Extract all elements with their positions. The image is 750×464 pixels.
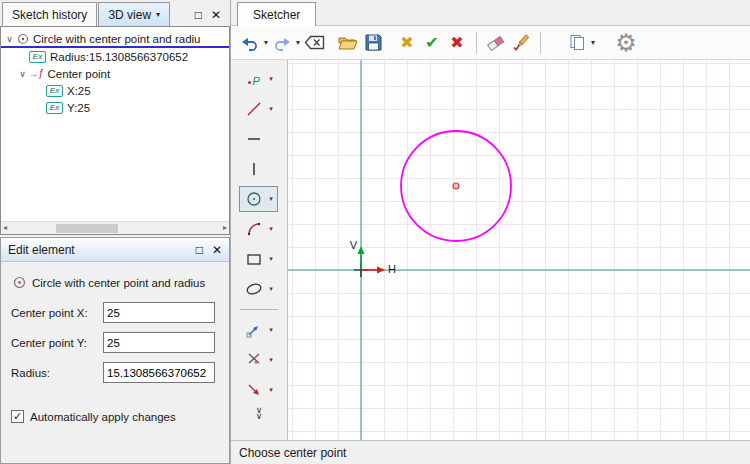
point-tool-button[interactable]: P — [242, 68, 266, 90]
chevron-down-icon[interactable]: ▾ — [266, 225, 275, 233]
delete-button[interactable]: ✖ — [396, 30, 418, 56]
element-type-row: Circle with center point and radius — [11, 276, 205, 289]
auto-apply-row: ✓ Automatically apply changes — [11, 410, 176, 423]
expander-icon[interactable]: ∨ — [17, 69, 28, 79]
sketcher-panel: Sketcher ▾ ▾ — [230, 0, 750, 464]
arc-tool-icon — [245, 220, 263, 238]
apply-button[interactable]: ✔ — [421, 30, 443, 56]
circle-tool-selected-frame: ▾ — [239, 186, 278, 212]
scrollbar-thumb[interactable] — [56, 224, 118, 233]
expression-icon: Ex — [29, 51, 46, 63]
radius-label: Radius: — [11, 367, 50, 379]
tree-item-center-point[interactable]: ∨ →ƒ Center point — [1, 65, 229, 82]
chevron-more-icon: ∨ — [256, 413, 263, 419]
open-file-button[interactable] — [337, 30, 359, 56]
expander-icon[interactable]: ∨ — [4, 34, 15, 44]
svg-text:*: * — [254, 359, 258, 369]
tab-sketch-history[interactable]: Sketch history — [2, 2, 97, 26]
trim-tool-icon: * — [245, 351, 263, 369]
floppy-save-icon — [365, 34, 382, 51]
toolbar-separator — [476, 32, 477, 54]
radius-input[interactable] — [103, 362, 215, 383]
maximize-button[interactable]: □ — [195, 8, 202, 22]
undo-icon — [241, 35, 259, 51]
scroll-right-icon[interactable]: ▸ — [223, 223, 227, 232]
tree-item-x[interactable]: Ex X:25 — [1, 82, 229, 99]
drawing-tools-toolbar: P ▾ ▾ — [231, 60, 288, 440]
save-button[interactable] — [362, 30, 384, 56]
line-tool-icon — [245, 100, 263, 118]
line-tool-button[interactable] — [242, 98, 266, 120]
center-y-label: Center point Y: — [11, 337, 87, 349]
tree-item-label: Center point — [48, 68, 111, 80]
edit-style-button[interactable] — [510, 30, 532, 56]
chevron-down-icon[interactable]: ▾ — [266, 386, 275, 394]
auto-apply-checkbox[interactable]: ✓ — [11, 410, 24, 423]
trim-tool-button[interactable]: * — [242, 349, 266, 371]
cancel-button[interactable]: ✖ — [446, 30, 468, 56]
chevron-down-icon[interactable]: ▾ — [266, 356, 275, 364]
pages-button[interactable] — [566, 30, 588, 56]
tree-item-radius[interactable]: Ex Radius:15.1308566370652 — [1, 48, 229, 65]
chevron-down-icon: ▾ — [156, 10, 160, 19]
chevron-down-icon[interactable]: ▾ — [264, 38, 268, 47]
settings-button[interactable]: ⚙ — [615, 30, 637, 56]
chevron-down-icon[interactable]: ▾ — [266, 255, 275, 263]
center-x-input[interactable] — [103, 302, 215, 323]
backspace-button[interactable] — [303, 30, 325, 56]
circle-tool-icon — [245, 190, 263, 208]
horizontal-scrollbar[interactable]: ◂ ▸ — [1, 221, 229, 234]
tab-3d-view-label: 3D view — [108, 8, 151, 22]
sketch-canvas[interactable]: V H — [288, 60, 750, 440]
tree-item-y[interactable]: Ex Y:25 — [1, 99, 229, 116]
gear-icon: ⚙ — [615, 31, 637, 55]
v-axis-arrowhead — [357, 246, 364, 254]
toolbar-separator — [540, 32, 541, 54]
edit-element-titlebar: Edit element □ ✕ — [1, 238, 229, 262]
horizontal-line-tool-button[interactable] — [242, 128, 266, 150]
cad-application-window: Sketch history 3D view ▾ □ ✕ ∨ Circl — [0, 0, 750, 464]
sketch-history-tree: ∨ Circle with center point and radiu Ex … — [0, 26, 230, 235]
undo-button[interactable] — [239, 30, 261, 56]
left-tab-bar: Sketch history 3D view ▾ □ ✕ — [0, 0, 230, 26]
circle-element-icon — [13, 276, 26, 289]
vertical-line-tool-icon — [245, 160, 263, 178]
tree-item-circle[interactable]: ∨ Circle with center point and radiu — [1, 31, 229, 48]
vertical-line-tool-button[interactable] — [242, 158, 266, 180]
left-panel: Sketch history 3D view ▾ □ ✕ ∨ Circl — [0, 0, 230, 464]
more-tools-button[interactable]: ∨ ∨ — [256, 407, 263, 419]
circle-tool-button[interactable] — [242, 188, 266, 210]
circle-center-point[interactable] — [453, 183, 459, 189]
tab-3d-view[interactable]: 3D view ▾ — [98, 2, 170, 26]
close-button[interactable]: ✕ — [212, 243, 222, 257]
chevron-down-icon[interactable]: ▾ — [266, 195, 275, 203]
maximize-button[interactable]: □ — [196, 243, 203, 257]
chevron-down-icon[interactable]: ▾ — [591, 38, 595, 47]
delete-cross-icon: ✖ — [400, 33, 413, 52]
center-y-input[interactable] — [103, 332, 215, 353]
scroll-left-icon[interactable]: ◂ — [3, 223, 7, 232]
ellipse-tool-button[interactable] — [242, 278, 266, 300]
panel-window-buttons: □ ✕ — [195, 8, 228, 26]
arc-tool-button[interactable] — [242, 218, 266, 240]
rectangle-tool-button[interactable] — [242, 248, 266, 270]
offset-tool-icon — [245, 381, 263, 399]
pencil-edit-icon — [512, 34, 531, 51]
chevron-down-icon[interactable]: ▾ — [266, 75, 275, 83]
eraser-button[interactable] — [485, 30, 507, 56]
transform-tool-button[interactable] — [242, 319, 266, 341]
close-button[interactable]: ✕ — [211, 8, 221, 22]
chevron-down-icon[interactable]: ▾ — [266, 326, 275, 334]
status-text: Choose center point — [239, 446, 346, 460]
chevron-down-icon[interactable]: ▾ — [266, 285, 275, 293]
reference-icon: →ƒ — [28, 68, 44, 79]
h-axis-arrowhead — [377, 267, 385, 274]
chevron-down-icon[interactable]: ▾ — [266, 105, 275, 113]
redo-button[interactable] — [271, 30, 293, 56]
chevron-down-icon[interactable]: ▾ — [296, 38, 300, 47]
tab-sketcher[interactable]: Sketcher — [237, 2, 316, 26]
pages-icon — [569, 34, 586, 51]
tree-item-label: Y:25 — [67, 102, 90, 114]
offset-tool-button[interactable] — [242, 379, 266, 401]
element-type-label: Circle with center point and radius — [32, 277, 205, 289]
